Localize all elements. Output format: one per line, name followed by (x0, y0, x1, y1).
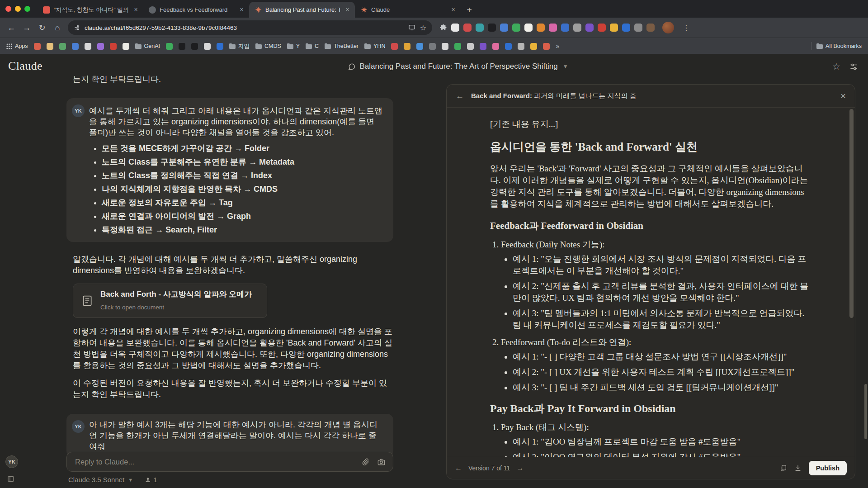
address-bar[interactable]: claude.ai/chat/f65d6297-59b2-4133-838e-9… (68, 20, 432, 35)
bookmark-favicon[interactable] (110, 43, 117, 50)
reload-button[interactable]: ↻ (34, 20, 50, 35)
bookmark-favicon[interactable] (492, 43, 499, 50)
apps-shortcut[interactable]: Apps (6, 43, 28, 49)
forward-button[interactable]: → (19, 20, 34, 35)
extension-icon[interactable] (610, 24, 618, 32)
copy-icon[interactable] (780, 464, 787, 472)
bookmark-favicon[interactable] (166, 43, 173, 50)
tab-close-icon[interactable]: × (449, 6, 457, 14)
new-tab-button[interactable]: + (462, 3, 476, 17)
bookmark-folder[interactable]: 지입 (229, 43, 250, 50)
settings-sliders-icon[interactable] (849, 62, 858, 71)
tab-close-icon[interactable]: × (132, 6, 140, 14)
star-chat-icon[interactable]: ☆ (832, 61, 840, 72)
browser-tab-1[interactable]: “지적도, 칭찬도 아니다” 일의 속... × (38, 2, 143, 18)
artifact-scrollbar[interactable] (849, 109, 854, 318)
bookmarks-overflow-icon[interactable]: » (556, 43, 559, 50)
numbered-item: Feedforward (To-do 리스트와 연결): 예시 1: "- [ … (501, 336, 811, 393)
bookmark-star-icon[interactable]: ☆ (420, 24, 426, 32)
extension-icon[interactable] (524, 24, 533, 32)
extension-icon[interactable] (634, 24, 642, 32)
bookmark-favicon[interactable] (416, 43, 423, 50)
bookmark-favicon[interactable] (179, 43, 185, 50)
extension-icon[interactable] (622, 24, 630, 32)
previous-version-button[interactable]: ← (455, 464, 462, 472)
extension-icon[interactable] (537, 24, 545, 32)
feedback-feedforward-list: Feedback (Daily Notes 기능): 예시 1: "오늘 진행한… (490, 239, 811, 393)
bookmark-favicon[interactable] (429, 43, 436, 50)
browser-menu-icon[interactable]: ⋮ (683, 24, 690, 32)
bookmark-favicon[interactable] (217, 43, 223, 50)
publish-button[interactable]: Publish (809, 461, 847, 475)
bookmark-favicon[interactable] (454, 43, 461, 50)
bookmark-folder-genai[interactable]: GenAI (135, 43, 160, 49)
extension-icon[interactable] (598, 24, 606, 32)
zoom-window-button[interactable] (24, 6, 30, 12)
camera-icon[interactable] (377, 458, 386, 466)
back-arrow-icon[interactable]: ← (456, 91, 464, 101)
bookmark-favicon[interactable] (204, 43, 211, 50)
extension-icon[interactable] (646, 24, 655, 32)
tab-close-icon[interactable]: × (238, 6, 245, 14)
browser-profile-avatar[interactable] (662, 22, 674, 33)
bookmark-favicon[interactable] (47, 43, 53, 50)
bookmark-folder[interactable]: TheBetter (325, 43, 359, 49)
bookmark-favicon[interactable] (391, 43, 398, 50)
profile-avatar[interactable]: YK (5, 455, 18, 468)
bookmark-folder[interactable]: Y (287, 43, 300, 49)
extension-icon[interactable] (549, 24, 557, 32)
bookmark-folder[interactable]: CMDS (255, 43, 281, 49)
bookmark-folder[interactable]: C (306, 43, 319, 49)
next-version-button[interactable]: → (516, 464, 524, 472)
bookmark-favicon[interactable] (505, 43, 512, 50)
browser-tab-2[interactable]: Feedback vs Feedforward × (143, 2, 249, 18)
bookmark-favicon[interactable] (123, 43, 129, 50)
bookmark-favicon[interactable] (85, 43, 91, 50)
minimize-window-button[interactable] (15, 6, 21, 12)
site-info-icon[interactable] (74, 24, 80, 31)
bookmark-favicon[interactable] (518, 43, 524, 50)
browser-tab-4[interactable]: Claude × (355, 2, 461, 18)
window-scrollbar[interactable] (864, 384, 867, 439)
extension-icon[interactable] (476, 24, 484, 32)
extension-icon[interactable] (451, 24, 459, 32)
bookmark-favicon[interactable] (72, 43, 79, 50)
model-selector[interactable]: Claude 3.5 Sonnet (68, 476, 124, 483)
extension-icon[interactable] (500, 24, 508, 32)
extension-icon[interactable] (463, 24, 472, 32)
all-bookmarks[interactable]: All Bookmarks (816, 43, 862, 49)
chat-title-menu[interactable]: Balancing Past and Future: The Art of Pe… (348, 62, 568, 71)
close-icon[interactable]: × (840, 91, 846, 101)
reply-box[interactable] (66, 452, 393, 472)
bookmark-favicon[interactable] (97, 43, 104, 50)
extension-icon[interactable] (512, 24, 520, 32)
bookmark-folder[interactable]: YHN (364, 43, 385, 49)
bookmark-favicon[interactable] (467, 43, 474, 50)
browser-tab-3-active[interactable]: Balancing Past and Future: Th × (249, 2, 355, 18)
tab-close-icon[interactable]: × (344, 6, 351, 14)
share-icon[interactable] (408, 24, 415, 31)
close-window-button[interactable] (5, 6, 11, 12)
bookmark-favicon[interactable] (480, 43, 486, 50)
user-message-2: YK 아 내가 말한 예시 3개는 해당 기능에 대한 예시가 아니라. 각각의… (66, 414, 393, 457)
extension-icon[interactable] (585, 24, 594, 32)
bookmark-favicon[interactable] (530, 43, 537, 50)
bookmark-favicon[interactable] (34, 43, 41, 50)
extension-icon[interactable] (561, 24, 569, 32)
home-button[interactable]: ⌂ (50, 20, 65, 35)
back-button[interactable]: ← (4, 20, 19, 35)
sidebar-toggle-icon[interactable] (7, 475, 14, 483)
bookmark-favicon[interactable] (59, 43, 66, 50)
document-card[interactable]: Back and Forth - 사고방식의 알파와 오메가 Click to … (73, 284, 267, 318)
paperclip-icon[interactable] (362, 458, 370, 466)
bookmark-favicon[interactable] (442, 43, 448, 50)
download-icon[interactable] (794, 464, 802, 472)
bookmark-favicon[interactable] (543, 43, 550, 50)
extension-icon[interactable] (573, 24, 581, 32)
bookmark-favicon[interactable] (191, 43, 198, 50)
bookmark-favicon[interactable] (404, 43, 410, 50)
extension-icon[interactable] (488, 24, 496, 32)
extensions-puzzle-icon[interactable] (439, 24, 447, 32)
reply-input[interactable] (74, 457, 354, 467)
collaborators-indicator[interactable]: 1 (145, 476, 157, 483)
